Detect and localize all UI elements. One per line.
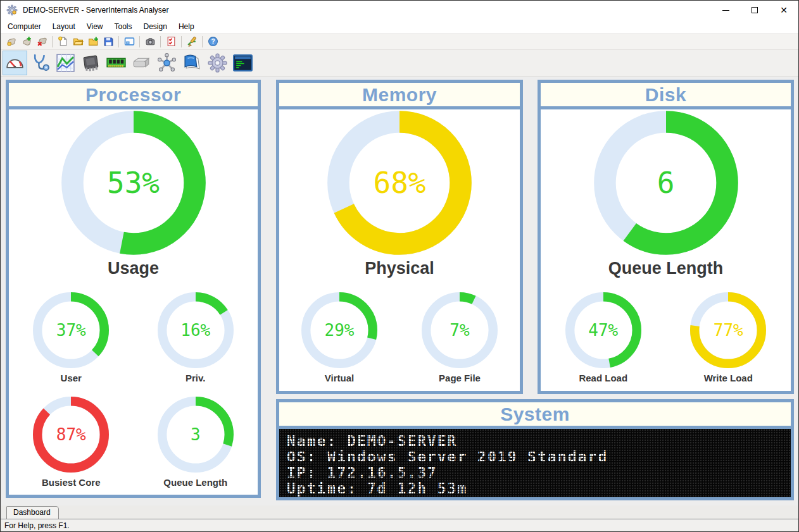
help-icon: ?	[208, 36, 218, 47]
open-layout-button[interactable]	[70, 35, 85, 49]
gauge-value: 53%	[61, 110, 206, 256]
view-log-button[interactable]	[180, 51, 204, 75]
cpu-chip-icon	[80, 53, 101, 73]
gauge-label: Read Load	[579, 373, 627, 383]
help-button[interactable]: ?	[205, 35, 220, 49]
add-folder-icon	[88, 36, 99, 47]
system-panel-title: System	[279, 402, 791, 429]
system-os-line: OS: Windows Server 2019 Standard	[287, 449, 786, 465]
processor-queue-cell: 3 Queue Length	[138, 397, 253, 488]
processor-user-cell: 37% User	[14, 292, 129, 383]
gauge-label: Usage	[108, 259, 159, 278]
gauge-icon	[4, 53, 25, 73]
menu-bar: Computer Layout View Tools Design Help	[1, 20, 798, 34]
disk-drive-icon	[131, 53, 152, 73]
tab-dashboard[interactable]: Dashboard	[6, 506, 59, 519]
menu-tools[interactable]: Tools	[109, 20, 138, 33]
view-health-button[interactable]	[28, 51, 53, 75]
view-dashboard-button[interactable]	[3, 51, 27, 75]
toolbar-primary: ?	[1, 34, 798, 50]
close-icon: ✕	[780, 6, 788, 15]
view-disk-button[interactable]	[129, 51, 154, 75]
view-cpu-button[interactable]	[79, 51, 103, 75]
close-button[interactable]: ✕	[769, 1, 798, 20]
memory-virtual-cell: 29% Virtual	[284, 292, 395, 383]
toolbar-separator	[181, 36, 182, 47]
menu-help[interactable]: Help	[173, 20, 200, 33]
toolbar-separator	[52, 36, 53, 47]
memory-pagefile-cell: 7% Page File	[405, 292, 515, 383]
window-view-button[interactable]	[122, 35, 137, 49]
svg-text:?: ?	[211, 38, 215, 45]
menu-view[interactable]: View	[81, 20, 109, 33]
disconnect-button[interactable]	[34, 35, 49, 49]
view-network-button[interactable]	[154, 51, 179, 75]
processor-panel: Processor 53% Usage 37%	[6, 80, 261, 498]
gauge-value: 29%	[301, 292, 377, 368]
gauge-label: User	[61, 373, 82, 383]
gauge-label: Write Load	[704, 373, 753, 383]
connect-computer-button[interactable]	[4, 35, 19, 49]
view-memory-button[interactable]	[104, 51, 129, 75]
view-settings-button[interactable]	[205, 51, 230, 75]
processor-busiest-core-gauge: 87%	[33, 397, 109, 473]
add-layout-button[interactable]	[85, 35, 101, 49]
dashboard-content: Processor 53% Usage 37%	[1, 77, 798, 505]
memory-physical-gauge: 68%	[327, 110, 472, 256]
disk-panel: Disk 6 Queue Length 47% Read Load	[538, 80, 794, 394]
gauge-label: Queue Length	[163, 477, 227, 488]
toolbar-views	[1, 50, 798, 77]
toolbar-separator	[160, 36, 161, 47]
stethoscope-icon	[30, 53, 51, 73]
maximize-icon	[752, 7, 758, 13]
memory-ram-icon	[106, 53, 127, 73]
gauge-label: Page File	[439, 373, 481, 383]
menu-layout[interactable]: Layout	[47, 20, 81, 33]
gauge-label: Physical	[365, 259, 434, 278]
minimize-icon	[722, 10, 729, 11]
app-icon	[6, 4, 18, 16]
memory-panel-title: Memory	[279, 83, 520, 109]
application-window: DEMO-SERVER - ServerInternals Analyser ✕…	[0, 0, 799, 532]
status-bar: For Help, press F1.	[1, 520, 798, 532]
gauge-value: 6	[593, 110, 739, 256]
maximize-button[interactable]	[740, 1, 769, 20]
gauge-label: Queue Length	[608, 259, 724, 278]
log-book-icon	[182, 53, 203, 73]
snapshot-button[interactable]	[142, 35, 158, 49]
menu-computer[interactable]: Computer	[2, 20, 47, 33]
view-console-button[interactable]	[230, 51, 255, 75]
view-performance-button[interactable]	[53, 51, 78, 75]
gauge-value: 37%	[33, 292, 109, 368]
save-layout-button[interactable]	[101, 35, 116, 49]
system-ip-line: IP: 172.16.5.37	[287, 465, 786, 481]
gauge-label: Priv.	[186, 373, 205, 383]
connect-add-button[interactable]	[19, 35, 34, 49]
checklist-button[interactable]	[163, 35, 179, 49]
gauge-value: 3	[158, 397, 234, 473]
new-document-icon	[58, 36, 68, 47]
camera-icon	[145, 36, 156, 47]
window-title: DEMO-SERVER - ServerInternals Analyser	[23, 6, 169, 15]
disk-write-gauge: 77%	[690, 292, 766, 368]
gauge-value: 7%	[422, 292, 498, 368]
new-layout-button[interactable]	[55, 35, 70, 49]
save-floppy-icon	[103, 36, 114, 47]
memory-virtual-gauge: 29%	[301, 292, 377, 368]
toolbar-separator	[202, 36, 203, 47]
processor-usage-gauge: 53%	[61, 110, 206, 256]
menu-design[interactable]: Design	[138, 20, 173, 33]
title-bar: DEMO-SERVER - ServerInternals Analyser ✕	[1, 1, 798, 20]
disk-read-gauge: 47%	[565, 292, 641, 368]
gauge-label: Busiest Core	[42, 477, 101, 488]
disk-read-cell: 47% Read Load	[546, 292, 661, 383]
system-panel: System Name: DEMO-SERVER OS: Windows Ser…	[276, 399, 794, 500]
processor-user-gauge: 37%	[33, 292, 109, 368]
design-mode-button[interactable]	[184, 35, 199, 49]
memory-panel: Memory 68% Physical 29% Virtual	[276, 80, 523, 394]
processor-priv-cell: 16% Priv.	[138, 292, 253, 383]
checklist-icon	[166, 36, 177, 47]
processor-queue-gauge: 3	[158, 397, 234, 473]
system-name-line: Name: DEMO-SERVER	[287, 433, 786, 449]
minimize-button[interactable]	[711, 1, 740, 20]
